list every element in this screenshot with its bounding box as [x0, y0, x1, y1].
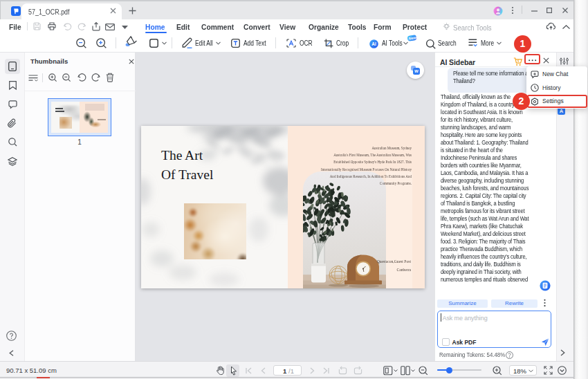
svg-text:AI: AI: [371, 41, 376, 46]
